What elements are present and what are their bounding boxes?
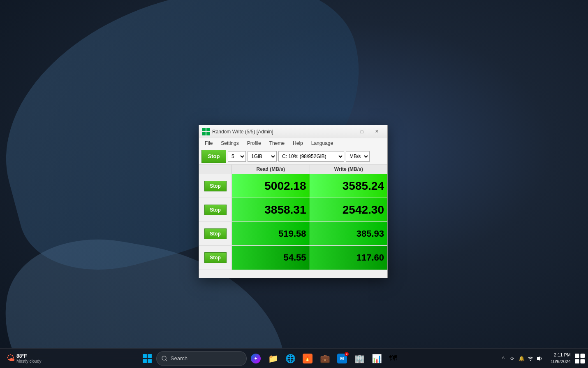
row-1-button-cell: Stop xyxy=(199,174,232,198)
window-titlebar: Random Write (5/5) [Admin] ─ □ ✕ xyxy=(199,125,387,138)
weather-widget[interactable]: 🌤 88°F Mostly cloudy xyxy=(3,352,45,365)
row-2-write-value: 2542.30 xyxy=(343,203,384,217)
row-4-read-cell: 54.55 xyxy=(232,246,310,270)
menu-theme[interactable]: Theme xyxy=(265,140,289,147)
taskbar-app2-button[interactable]: 💼 xyxy=(317,350,333,367)
start-button[interactable] xyxy=(139,350,155,367)
svg-rect-2 xyxy=(202,132,206,135)
system-tray: ^ ⟳ 🔔 xyxy=(496,355,546,362)
weather-temp: 88°F xyxy=(16,353,42,359)
row-2-read-cell: 3858.31 xyxy=(232,198,310,221)
header-write-col: Write (MB/s) xyxy=(310,165,388,174)
window-title: Random Write (5/5) [Admin] xyxy=(212,129,340,135)
window-controls: ─ □ ✕ xyxy=(340,126,384,137)
results-grid: Read (MB/s) Write (MB/s) Stop 5002.18 35… xyxy=(199,165,387,270)
menu-help[interactable]: Help xyxy=(289,140,307,147)
taskbar-app4-button[interactable]: 🏢 xyxy=(351,350,368,367)
stop-button-row-2[interactable]: Stop xyxy=(204,205,227,215)
menu-file[interactable]: File xyxy=(201,140,217,147)
tray-icon-1[interactable]: ⟳ xyxy=(509,355,516,362)
stop-button-row-3[interactable]: Stop xyxy=(204,228,227,239)
taskbar-center: Search ✦ 📁 🌐 🔥 💼 M xyxy=(45,350,496,367)
copilot-icon: ✦ xyxy=(251,354,261,363)
app3-icon: M 3 xyxy=(337,354,347,363)
size-select[interactable]: 1GiB 512MiB 2GiB xyxy=(248,151,277,162)
grid-header: Read (MB/s) Write (MB/s) xyxy=(199,165,387,174)
app1-icon: 🔥 xyxy=(303,354,313,363)
taskbar-app1-button[interactable]: 🔥 xyxy=(299,350,316,367)
row-4-button-cell: Stop xyxy=(199,246,232,270)
clock-time: 2:11 PM xyxy=(551,352,571,358)
header-button-col xyxy=(199,165,232,174)
close-button[interactable]: ✕ xyxy=(369,126,384,137)
table-row: Stop 519.58 385.93 xyxy=(199,222,387,246)
app2-icon: 💼 xyxy=(320,354,330,363)
svg-rect-3 xyxy=(206,132,210,135)
minimize-button[interactable]: ─ xyxy=(340,126,354,137)
row-4-read-value: 54.55 xyxy=(283,252,306,263)
volume-icon[interactable] xyxy=(536,355,543,362)
crystaldiskmark-window: Random Write (5/5) [Admin] ─ □ ✕ File Se… xyxy=(199,125,388,278)
menu-profile[interactable]: Profile xyxy=(243,140,265,147)
row-1-write-cell: 3585.24 xyxy=(310,174,388,198)
file-explorer-button[interactable]: 📁 xyxy=(265,350,281,367)
tray-chevron[interactable]: ^ xyxy=(500,355,507,362)
svg-point-8 xyxy=(162,356,166,360)
search-icon xyxy=(162,356,167,361)
svg-rect-0 xyxy=(202,128,206,131)
desktop: Random Write (5/5) [Admin] ─ □ ✕ File Se… xyxy=(0,0,588,368)
taskbar-app5-button[interactable]: 📊 xyxy=(368,350,385,367)
edge-button[interactable]: 🌐 xyxy=(282,350,299,367)
taskbar-app3-button[interactable]: M 3 xyxy=(334,350,350,367)
svg-rect-14 xyxy=(581,359,585,363)
svg-rect-12 xyxy=(581,354,585,358)
main-stop-button[interactable]: Stop xyxy=(201,150,226,163)
header-read-col: Read (MB/s) xyxy=(232,165,310,174)
row-1-read-cell: 5002.18 xyxy=(232,174,310,198)
drive-select[interactable]: C: 10% (98/952GiB) xyxy=(278,151,344,162)
notification-center-button[interactable] xyxy=(575,350,585,367)
svg-rect-11 xyxy=(575,354,579,358)
weather-info: 88°F Mostly cloudy xyxy=(16,353,42,363)
wifi-icon[interactable] xyxy=(527,355,534,362)
table-row: Stop 3858.31 2542.30 xyxy=(199,198,387,222)
row-4-write-cell: 117.60 xyxy=(310,246,388,270)
weather-condition: Mostly cloudy xyxy=(16,359,42,363)
table-row: Stop 54.55 117.60 xyxy=(199,246,387,270)
clock-date: 10/6/2024 xyxy=(551,359,571,365)
svg-rect-4 xyxy=(143,354,147,358)
row-3-button-cell: Stop xyxy=(199,222,232,245)
row-3-read-cell: 519.58 xyxy=(232,222,310,245)
row-2-button-cell: Stop xyxy=(199,198,232,221)
row-2-read-value: 3858.31 xyxy=(264,203,306,217)
row-3-write-value: 385.93 xyxy=(357,228,384,239)
search-bar[interactable]: Search xyxy=(156,351,247,366)
maximize-button[interactable]: □ xyxy=(354,126,369,137)
row-1-write-value: 3585.24 xyxy=(343,179,384,193)
taskbar-app6-button[interactable]: 🗺 xyxy=(386,350,402,367)
clock[interactable]: 2:11 PM 10/6/2024 xyxy=(547,352,574,365)
stop-button-row-1[interactable]: Stop xyxy=(204,181,227,191)
unit-select[interactable]: MB/s GB/s xyxy=(346,151,370,162)
row-3-read-value: 519.58 xyxy=(278,228,306,239)
row-1-read-value: 5002.18 xyxy=(264,179,306,193)
passes-select[interactable]: 5 1 3 10 xyxy=(228,151,246,162)
svg-line-9 xyxy=(166,360,167,361)
svg-marker-10 xyxy=(537,356,540,361)
copilot-button[interactable]: ✦ xyxy=(248,350,264,367)
app6-icon: 🗺 xyxy=(389,354,399,363)
search-text: Search xyxy=(171,355,188,361)
edge-icon: 🌐 xyxy=(285,354,295,363)
window-footer xyxy=(199,270,387,278)
table-row: Stop 5002.18 3585.24 xyxy=(199,174,387,198)
stop-button-row-4[interactable]: Stop xyxy=(204,252,227,263)
tray-icon-2[interactable]: 🔔 xyxy=(518,355,525,362)
menu-settings[interactable]: Settings xyxy=(217,140,243,147)
taskbar-left: 🌤 88°F Mostly cloudy xyxy=(0,352,45,365)
menu-language[interactable]: Language xyxy=(307,140,337,147)
row-3-write-cell: 385.93 xyxy=(310,222,388,245)
app5-icon: 📊 xyxy=(372,354,382,363)
svg-rect-13 xyxy=(575,359,579,363)
svg-rect-6 xyxy=(143,359,147,363)
taskbar-right: ^ ⟳ 🔔 2: xyxy=(496,350,588,367)
